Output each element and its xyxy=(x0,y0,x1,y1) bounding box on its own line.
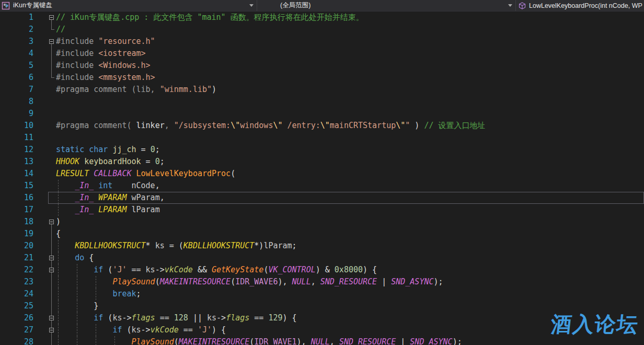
code-line[interactable]: 25 } xyxy=(0,300,644,312)
outlining-margin[interactable] xyxy=(48,48,55,60)
line-number[interactable]: 14 xyxy=(0,168,33,180)
code-text[interactable]: _In_ LPARAM lParam xyxy=(56,204,644,216)
code-line[interactable]: 19{ xyxy=(0,228,644,240)
code-text[interactable]: do { xyxy=(56,252,644,264)
outlining-margin[interactable] xyxy=(48,336,55,345)
code-line[interactable]: 4#include <iostream> xyxy=(0,48,644,60)
code-line[interactable]: 13HHOOK keyboardHook = 0; xyxy=(0,156,644,168)
outlining-margin[interactable] xyxy=(48,312,55,324)
line-number[interactable]: 27 xyxy=(0,324,33,336)
code-line[interactable]: 18) xyxy=(0,216,644,228)
line-number[interactable]: 24 xyxy=(0,288,33,300)
line-number[interactable]: 8 xyxy=(0,96,33,108)
outlining-margin[interactable] xyxy=(48,24,55,36)
outlining-margin[interactable] xyxy=(48,60,55,72)
code-line[interactable]: 24 break; xyxy=(0,288,644,300)
line-number[interactable]: 1 xyxy=(0,12,33,24)
code-text[interactable] xyxy=(56,132,644,144)
code-text[interactable]: #include <iostream> xyxy=(56,48,644,60)
code-text[interactable]: static char jj_ch = 0; xyxy=(56,144,644,156)
code-text[interactable]: _In_ WPARAM wParam, xyxy=(56,192,644,204)
code-text[interactable]: ) xyxy=(56,216,644,228)
line-number[interactable]: 13 xyxy=(0,156,33,168)
code-text[interactable]: break; xyxy=(56,288,644,300)
line-number[interactable]: 3 xyxy=(0,36,33,48)
code-line[interactable]: 17 _In_ LPARAM lParam xyxy=(0,204,644,216)
code-line[interactable]: 12static char jj_ch = 0; xyxy=(0,144,644,156)
code-line[interactable]: 22 if ('J' == ks->vkCode && GetKeyState(… xyxy=(0,264,644,276)
outlining-margin[interactable] xyxy=(48,276,55,288)
line-number[interactable]: 2 xyxy=(0,24,33,36)
line-number[interactable]: 18 xyxy=(0,216,33,228)
code-line[interactable]: 6#include <mmsystem.h> xyxy=(0,72,644,84)
code-line[interactable]: 16 _In_ WPARAM wParam, xyxy=(0,192,644,204)
outlining-margin[interactable] xyxy=(48,240,55,252)
outlining-margin[interactable] xyxy=(48,84,55,96)
line-number[interactable]: 16 xyxy=(0,192,33,204)
code-line[interactable]: 27 if (ks->vkCode == 'J') { xyxy=(0,324,644,336)
outlining-margin[interactable] xyxy=(48,324,55,336)
outlining-margin[interactable] xyxy=(48,204,55,216)
line-number[interactable]: 17 xyxy=(0,204,33,216)
code-text[interactable]: { xyxy=(56,228,644,240)
chevron-down-icon[interactable] xyxy=(508,4,512,7)
scope-dropdown[interactable]: (全局范围) xyxy=(257,0,516,11)
code-line[interactable]: 8 xyxy=(0,96,644,108)
project-dropdown[interactable]: iKun专属键盘 xyxy=(0,0,257,11)
collapse-toggle-icon[interactable] xyxy=(49,268,54,272)
code-line[interactable]: 11 xyxy=(0,132,644,144)
line-number[interactable]: 19 xyxy=(0,228,33,240)
code-line[interactable]: 20 KBDLLHOOKSTRUCT* ks = (KBDLLHOOKSTRUC… xyxy=(0,240,644,252)
code-line[interactable]: 9 xyxy=(0,108,644,120)
code-text[interactable]: #include <Windows.h> xyxy=(56,60,644,72)
code-line[interactable]: 14LRESULT CALLBACK LowLevelKeyboardProc( xyxy=(0,168,644,180)
outlining-margin[interactable] xyxy=(48,96,55,108)
code-text[interactable]: #pragma comment( linker, "/subsystem:\"w… xyxy=(56,120,644,132)
line-number[interactable]: 22 xyxy=(0,264,33,276)
line-number[interactable]: 9 xyxy=(0,108,33,120)
code-text[interactable]: #include "resource.h" xyxy=(56,36,644,48)
code-editor[interactable]: 1// iKun专属键盘.cpp : 此文件包含 "main" 函数。程序执行将… xyxy=(0,12,644,345)
code-line[interactable]: 5#include <Windows.h> xyxy=(0,60,644,72)
line-number[interactable]: 6 xyxy=(0,72,33,84)
member-dropdown[interactable]: LowLevelKeyboardProc(int nCode, WP xyxy=(516,0,644,11)
code-line[interactable]: 2// xyxy=(0,24,644,36)
outlining-margin[interactable] xyxy=(48,216,55,228)
code-line[interactable]: 21 do { xyxy=(0,252,644,264)
code-text[interactable]: #pragma comment (lib, "winmm.lib") xyxy=(56,84,644,96)
outlining-margin[interactable] xyxy=(48,228,55,240)
line-number[interactable]: 26 xyxy=(0,312,33,324)
line-number[interactable]: 10 xyxy=(0,120,33,132)
chevron-down-icon[interactable] xyxy=(249,4,254,7)
outlining-margin[interactable] xyxy=(48,264,55,276)
outlining-margin[interactable] xyxy=(48,72,55,84)
code-text[interactable]: if (ks->flags == 128 || ks->flags == 129… xyxy=(56,312,644,324)
outlining-margin[interactable] xyxy=(48,156,55,168)
code-text[interactable]: KBDLLHOOKSTRUCT* ks = (KBDLLHOOKSTRUCT*)… xyxy=(56,240,644,252)
line-number[interactable]: 23 xyxy=(0,276,33,288)
collapse-toggle-icon[interactable] xyxy=(49,39,54,44)
outlining-margin[interactable] xyxy=(48,180,55,192)
outlining-margin[interactable] xyxy=(48,288,55,300)
code-text[interactable]: // iKun专属键盘.cpp : 此文件包含 "main" 函数。程序执行将在… xyxy=(56,12,644,24)
outlining-margin[interactable] xyxy=(48,120,55,132)
collapse-toggle-icon[interactable] xyxy=(49,220,54,224)
outlining-margin[interactable] xyxy=(48,192,55,204)
collapse-toggle-icon[interactable] xyxy=(49,316,54,320)
line-number[interactable]: 5 xyxy=(0,60,33,72)
code-line[interactable]: 15 _In_ int nCode, xyxy=(0,180,644,192)
line-number[interactable]: 4 xyxy=(0,48,33,60)
outlining-margin[interactable] xyxy=(48,252,55,264)
outlining-margin[interactable] xyxy=(48,12,55,24)
outlining-margin[interactable] xyxy=(48,144,55,156)
code-text[interactable]: // xyxy=(56,24,644,36)
code-line[interactable]: 1// iKun专属键盘.cpp : 此文件包含 "main" 函数。程序执行将… xyxy=(0,12,644,24)
line-number[interactable]: 12 xyxy=(0,144,33,156)
code-text[interactable]: LRESULT CALLBACK LowLevelKeyboardProc( xyxy=(56,168,644,180)
line-number[interactable]: 21 xyxy=(0,252,33,264)
code-text[interactable]: HHOOK keyboardHook = 0; xyxy=(56,156,644,168)
collapse-toggle-icon[interactable] xyxy=(49,15,54,20)
code-text[interactable]: _In_ int nCode, xyxy=(56,180,644,192)
code-line[interactable]: 7#pragma comment (lib, "winmm.lib") xyxy=(0,84,644,96)
outlining-margin[interactable] xyxy=(48,108,55,120)
